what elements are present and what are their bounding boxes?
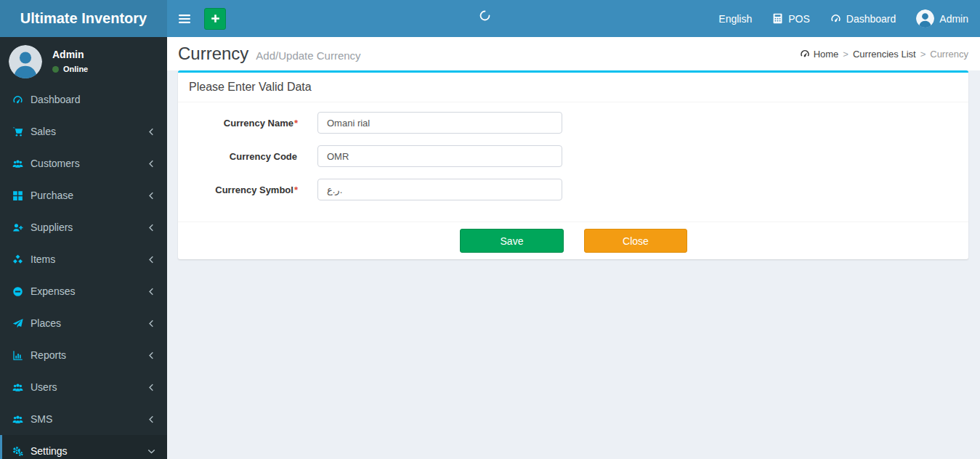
- form-row: Currency Name*: [189, 112, 957, 134]
- plus-icon: [210, 13, 221, 24]
- bar-chart-icon: [12, 350, 23, 361]
- sidebar-item-dashboard[interactable]: Dashboard: [0, 84, 167, 115]
- angle-left-icon: [147, 287, 156, 296]
- page-title: Currency: [178, 44, 248, 64]
- sidebar-item-label: Sales: [31, 126, 147, 137]
- sidebar-item-label: Purchase: [31, 190, 147, 201]
- angle-left-icon: [147, 223, 156, 232]
- angle-left-icon: [147, 191, 156, 200]
- form-row: Currency Symbol*: [189, 179, 957, 200]
- hamburger-icon: [178, 13, 191, 25]
- user-plus-icon: [12, 222, 23, 233]
- quick-add-button[interactable]: [204, 8, 226, 30]
- sidebar-toggle-button[interactable]: [167, 0, 202, 37]
- shopping-cart-icon: [12, 126, 23, 137]
- label-text: Currency Code: [230, 151, 297, 162]
- online-status-icon: [52, 66, 59, 73]
- nav-pos-label: POS: [788, 13, 810, 25]
- gear-icon: [12, 446, 23, 457]
- page-subtitle: Add/Update Currency: [256, 49, 360, 62]
- required-asterisk: *: [294, 184, 298, 195]
- sidebar-item-label: Dashboard: [31, 94, 156, 105]
- angle-left-icon: [147, 383, 156, 392]
- nav-language-label: English: [718, 13, 752, 25]
- currency-symbol-label: Currency Symbol*: [189, 184, 298, 195]
- breadcrumb-home[interactable]: Home: [800, 49, 839, 60]
- sidebar-item-customers[interactable]: Customers: [0, 147, 167, 179]
- sidebar-item-suppliers[interactable]: Suppliers: [0, 211, 167, 243]
- breadcrumb-separator: >: [920, 49, 926, 60]
- close-button[interactable]: Close: [584, 229, 687, 253]
- nav-pos[interactable]: POS: [762, 0, 820, 37]
- sidebar-item-sales[interactable]: Sales: [0, 115, 167, 147]
- sidebar-user-name: Admin: [52, 49, 88, 60]
- angle-left-icon: [147, 319, 156, 328]
- sidebar-item-label: Suppliers: [31, 222, 147, 233]
- main-area: Currency Add/Update Currency Home > Curr…: [167, 37, 980, 459]
- angle-left-icon: [147, 159, 156, 168]
- brand-logo[interactable]: Ultimate Inventory: [0, 0, 167, 37]
- cubes-icon: [12, 254, 23, 265]
- sidebar-item-users[interactable]: Users: [0, 371, 167, 403]
- breadcrumb: Home > Currencies List > Currency: [800, 49, 968, 60]
- sidebar-item-label: Users: [31, 381, 147, 393]
- sidebar: Admin Online Dashboard Sales: [0, 37, 167, 459]
- navbar: English POS Dashboard Admin: [167, 0, 980, 37]
- angle-left-icon: [147, 127, 156, 137]
- sidebar-item-expenses[interactable]: Expenses: [0, 275, 167, 307]
- sidebar-item-label: Reports: [31, 349, 147, 361]
- sidebar-avatar: [9, 45, 42, 78]
- sidebar-item-reports[interactable]: Reports: [0, 339, 167, 371]
- breadcrumb-home-label: Home: [814, 49, 839, 60]
- breadcrumb-currencies-list[interactable]: Currencies List: [853, 49, 916, 60]
- content-area: Please Enter Valid Data Currency Name* C…: [167, 70, 980, 459]
- angle-down-icon: [147, 447, 156, 456]
- sidebar-item-sms[interactable]: SMS: [0, 403, 167, 435]
- currency-name-input[interactable]: [317, 112, 562, 134]
- navbar-right: English POS Dashboard Admin: [708, 0, 980, 37]
- minus-circle-icon: [12, 286, 23, 297]
- currency-symbol-input[interactable]: [317, 179, 562, 200]
- currency-code-label: Currency Code: [189, 151, 298, 162]
- panel-heading: Please Enter Valid Data: [178, 73, 968, 102]
- sidebar-item-places[interactable]: Places: [0, 307, 167, 339]
- users-icon: [12, 414, 23, 425]
- paper-plane-icon: [12, 318, 23, 329]
- nav-user-menu[interactable]: Admin: [906, 0, 980, 37]
- nav-user-label: Admin: [939, 13, 968, 25]
- sidebar-user-panel: Admin Online: [0, 37, 167, 84]
- sidebar-item-label: Expenses: [31, 285, 147, 297]
- angle-left-icon: [147, 351, 156, 360]
- nav-dashboard[interactable]: Dashboard: [820, 0, 907, 37]
- content-header: Currency Add/Update Currency Home > Curr…: [167, 37, 980, 70]
- currency-form-panel: Please Enter Valid Data Currency Name* C…: [178, 70, 968, 259]
- nav-language[interactable]: English: [708, 0, 762, 37]
- currency-code-input[interactable]: [317, 145, 562, 167]
- loading-spinner-icon: [479, 10, 490, 21]
- sidebar-item-items[interactable]: Items: [0, 243, 167, 275]
- form-row: Currency Code: [189, 145, 957, 167]
- sidebar-item-settings[interactable]: Settings: [0, 435, 167, 459]
- brand-title: Ultimate Inventory: [20, 10, 147, 27]
- app-window: Ultimate Inventory English POS: [0, 0, 980, 459]
- dashboard-gauge-icon: [830, 13, 841, 24]
- currency-form: Currency Name* Currency Code Currency Sy…: [178, 102, 968, 222]
- sidebar-user-status: Online: [63, 65, 88, 73]
- angle-left-icon: [147, 415, 156, 424]
- required-asterisk: *: [294, 118, 298, 129]
- sidebar-item-label: Items: [31, 253, 147, 265]
- save-button[interactable]: Save: [460, 229, 564, 253]
- angle-left-icon: [147, 255, 156, 264]
- label-text: Currency Name: [224, 118, 293, 129]
- currency-name-label: Currency Name*: [189, 118, 298, 129]
- sidebar-item-purchase[interactable]: Purchase: [0, 179, 167, 211]
- top-bar: Ultimate Inventory English POS: [0, 0, 980, 37]
- nav-dashboard-label: Dashboard: [846, 13, 896, 25]
- users-icon: [12, 382, 23, 393]
- sidebar-item-label: SMS: [31, 413, 147, 425]
- home-dashboard-icon: [800, 49, 810, 59]
- sidebar-menu: Dashboard Sales Customers Purchase: [0, 84, 167, 459]
- label-text: Currency Symbol: [215, 184, 293, 195]
- panel-footer: Save Close: [178, 222, 968, 259]
- sidebar-item-label: Settings: [31, 445, 147, 457]
